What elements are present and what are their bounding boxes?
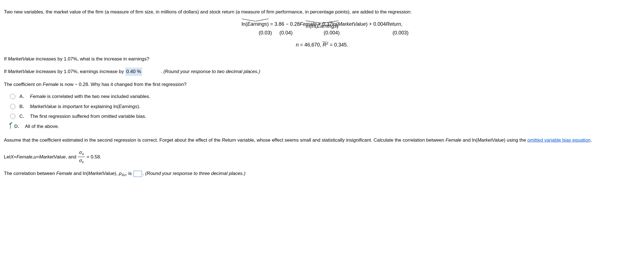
eq-coef3: ) + 0.004 [366,21,386,27]
q2-prompt: The coefficient on Female is now − 0.28.… [4,81,640,88]
choice-d[interactable]: ✔ D. All of the above. [10,123,640,130]
choice-c[interactable]: C. The first regression suffered from om… [10,113,640,120]
q1-answer-line: If MarketValue increases by 1.07%, earni… [4,67,640,76]
se-3: (0.004) [323,29,341,37]
se-4: (0.003) [391,29,410,37]
let-line: Let X = Female, u = MarketValue, and σu … [4,149,640,165]
lhs-hat: ln(Earnings) [242,19,269,28]
eq-return: Return [386,21,401,27]
se-1: (0.03) [257,29,273,37]
radio-b[interactable] [10,104,15,109]
q1-prompt: If MarketValue increases by 1.07%, what … [4,55,640,63]
hat-ln-earnings: ln(ln(Earnings) [305,21,338,30]
correlation-input[interactable] [134,171,142,177]
choice-a[interactable]: A. Female is correlated with the two new… [10,93,640,100]
earnings-increase-input[interactable]: 0.40 % [125,67,142,76]
radio-c[interactable] [10,114,15,119]
eq-mv: MarketValue [338,21,366,27]
n-r2-line: n = 46,670, R2 = 0.345. [4,41,640,49]
radio-a[interactable] [10,94,15,99]
assume-paragraph: Assume that the coefficient estimated in… [4,137,640,144]
se-2: (0.04) [278,29,294,37]
intro-text: Two new variables, the market value of t… [4,8,640,16]
choice-b[interactable]: B. MarketValue is important for explaini… [10,103,640,110]
final-line: The correlation between Female and ln(Ma… [4,170,640,178]
ovb-equation-link[interactable]: omitted variable bias equation [527,137,591,143]
choice-list: A. Female is correlated with the two new… [10,93,640,130]
sigma-ratio: σu σx [78,149,85,165]
eq-comma: , [401,21,402,27]
eq-coef1: = 3.86 − 0.28 [269,21,300,27]
check-icon: ✔ [9,121,13,126]
